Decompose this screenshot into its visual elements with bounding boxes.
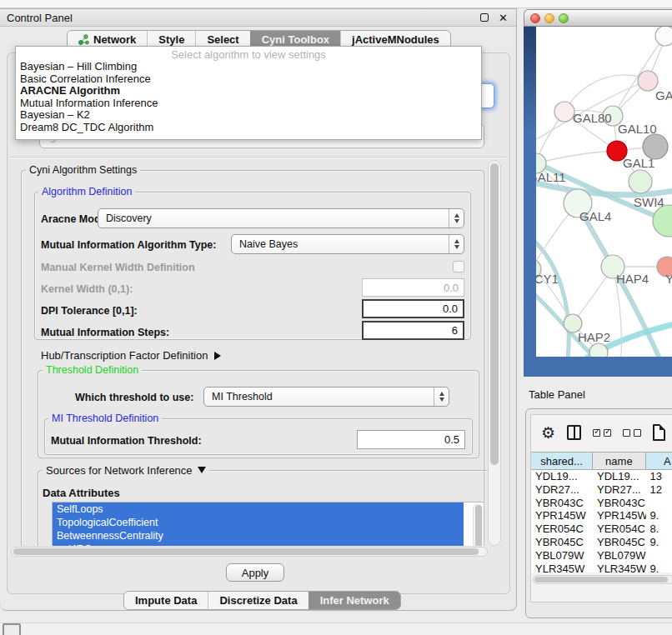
column-header[interactable]: shared... (531, 452, 593, 469)
algorithm-option[interactable]: Dream8 DC_TDC Algorithm (16, 122, 481, 134)
divider (11, 157, 506, 158)
manual-kernel-checkbox[interactable] (453, 261, 464, 272)
algorithm-option[interactable]: ARACNE Algorithm (16, 85, 481, 98)
network-edge (536, 237, 569, 357)
table-cell: YPR145W (531, 509, 593, 522)
network-window-titlebar[interactable] (524, 9, 672, 27)
table-panel-title: Table Panel (529, 388, 585, 401)
algorithm-option[interactable]: Bayesian – Hill Climbing (16, 61, 481, 73)
tab-label: jActiveMNodules (352, 33, 439, 46)
node-label: SWI4 (634, 195, 664, 209)
kernel-width-value: 0.0 (444, 282, 459, 294)
data-attribute-item[interactable]: gal4RGexp (53, 542, 464, 546)
algorithm-option[interactable]: Mutual Information Inference (16, 98, 481, 110)
network-edge (536, 151, 617, 163)
tab-infer-network[interactable]: Infer Network (308, 592, 400, 609)
table-cell: YDR27... (593, 483, 646, 497)
float-window-icon[interactable] (480, 13, 489, 22)
node-table[interactable]: shared...nameA YDL19...YDL19...13YDR27..… (531, 452, 672, 572)
stepper-arrows-icon (434, 388, 449, 406)
node-label: GAL11 (536, 170, 566, 184)
network-node[interactable] (629, 170, 652, 193)
network-graph: GALGAL80GAL10GAL1GAL11GAL4SWI4GCY1HAP4YH… (536, 27, 672, 357)
algorithm-dropdown-popup: Select algorithm to view settings Bayesi… (15, 46, 482, 140)
list-vertical-scrollbar[interactable] (473, 503, 483, 546)
unchecked-boxes-icon[interactable] (623, 429, 641, 437)
aracne-mode-combo[interactable]: Discovery (98, 208, 464, 228)
table-row[interactable]: YLR345WYLR345W9. (531, 562, 672, 572)
sources-toggle[interactable]: Sources for Network Inference (43, 464, 209, 477)
apply-button-label: Apply (242, 567, 269, 579)
tab-impute-data[interactable]: Impute Data (124, 592, 208, 609)
which-threshold-value: MI Threshold (212, 391, 273, 402)
table-row[interactable]: YDL19...YDL19...13 (531, 470, 672, 483)
tab-discretize-data[interactable]: Discretize Data (208, 592, 308, 609)
tab-label: Discretize Data (219, 594, 297, 607)
mi-threshold-field[interactable]: 0.5 (357, 430, 465, 449)
column-header[interactable]: name (593, 452, 646, 469)
settings-vertical-scrollbar[interactable] (488, 160, 501, 546)
table-row[interactable]: YER054CYER054C8. (531, 522, 672, 536)
table-row[interactable]: YPR145WYPR145W9. (531, 509, 672, 522)
popup-title: Select algorithm to view settings (16, 48, 481, 61)
algorithm-option[interactable]: Bayesian – K2 (16, 109, 481, 122)
network-node[interactable] (554, 102, 574, 122)
table-cell: YLR345W (593, 562, 646, 572)
network-canvas[interactable]: GALGAL80GAL10GAL1GAL11GAL4SWI4GCY1HAP4YH… (536, 27, 672, 357)
table-row[interactable]: YBR045CYBR045C9. (531, 536, 672, 549)
which-threshold-label: Which threshold to use: (75, 392, 193, 403)
data-attribute-item[interactable]: SelfLoops (53, 502, 464, 516)
dpi-tolerance-value: 0.0 (443, 302, 458, 315)
table-cell: YBR043C (593, 497, 646, 510)
control-panel-header: Control Panel ✕ (0, 9, 516, 27)
node-label: HAP2 (578, 330, 610, 344)
column-header[interactable]: A (646, 452, 672, 469)
table-cell: 9. (646, 509, 672, 522)
data-attribute-item[interactable]: BetweennessCentrality (53, 529, 464, 542)
network-node[interactable] (653, 205, 672, 237)
aracne-mode-value: Discovery (106, 212, 152, 224)
stepper-arrows-icon (449, 235, 464, 253)
zoom-traffic-light-icon[interactable] (559, 13, 569, 23)
algorithm-option[interactable]: Basic Correlation Inference (16, 73, 481, 86)
columns-icon[interactable] (567, 425, 581, 440)
settings-horizontal-scrollbar[interactable] (11, 547, 488, 557)
dpi-tolerance-field[interactable]: 0.0 (362, 299, 464, 318)
mi-steps-field[interactable]: 6 (362, 321, 464, 340)
gear-icon[interactable]: ⚙ (541, 425, 555, 441)
table-row[interactable]: YDR27...YDR27...12 (531, 483, 672, 497)
data-attributes-list[interactable]: SelfLoopsTopologicalCoefficientBetweenne… (52, 502, 484, 546)
control-panel-title: Control Panel (7, 12, 480, 24)
node-label: GCY1 (536, 272, 559, 286)
which-threshold-combo[interactable]: MI Threshold (203, 387, 449, 407)
mi-threshold-label: Mutual Information Threshold: (51, 435, 202, 447)
document-icon[interactable] (653, 424, 665, 441)
hub-definition-toggle[interactable]: Hub/Transcription Factor Definition (41, 349, 221, 362)
tab-label: Style (158, 33, 184, 46)
table-cell: 12 (646, 483, 672, 497)
network-node[interactable] (589, 343, 608, 357)
table-cell: YBL079W (593, 549, 646, 562)
minimize-traffic-light-icon[interactable] (544, 13, 554, 23)
table-cell: YDR27... (531, 483, 593, 497)
kernel-width-field[interactable]: 0.0 (362, 278, 464, 297)
table-row[interactable]: YBR043CYBR043C (531, 497, 672, 510)
table-toolbar: ⚙ (531, 415, 672, 450)
table-cell: 9. (646, 536, 672, 549)
node-label: GAL (655, 88, 672, 102)
node-label: GAL1 (623, 156, 654, 170)
table-row[interactable]: YBL079WYBL079W (531, 549, 672, 562)
close-icon[interactable]: ✕ (499, 12, 508, 24)
table-cell: YBL079W (531, 549, 593, 562)
table-horizontal-scrollbar[interactable] (533, 575, 672, 584)
data-attribute-item[interactable]: TopologicalCoefficient (53, 516, 464, 529)
checked-boxes-icon[interactable] (593, 429, 611, 437)
minimized-panel-icon[interactable] (3, 623, 21, 635)
mi-algorithm-type-combo[interactable]: Naive Bayes (231, 234, 464, 254)
mi-steps-label: Mutual Information Steps: (41, 327, 169, 338)
network-node[interactable] (655, 27, 672, 46)
close-traffic-light-icon[interactable] (530, 13, 540, 23)
mi-algorithm-type-label: Mutual Information Algorithm Type: (41, 239, 216, 251)
threshold-definition-title: Threshold Definition (43, 364, 142, 376)
apply-button[interactable]: Apply (226, 563, 284, 582)
